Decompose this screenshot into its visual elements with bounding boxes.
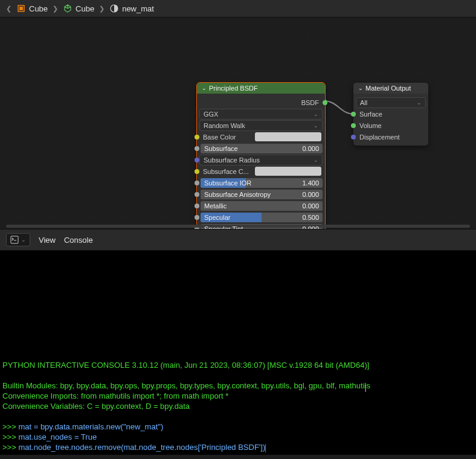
specular-slider[interactable]: Specular 0.500 xyxy=(201,213,323,222)
select-value: Random Walk xyxy=(204,122,245,129)
socket-base-color[interactable] xyxy=(195,135,199,140)
input-label: Base Color xyxy=(199,133,252,141)
socket-surface[interactable] xyxy=(351,112,356,117)
breadcrumb-mesh[interactable]: Cube xyxy=(63,4,94,13)
slider-value: 0.500 xyxy=(302,214,319,221)
breadcrumb-label: Cube xyxy=(76,4,94,13)
input-label: Subsurface C... xyxy=(199,168,252,175)
socket-volume[interactable] xyxy=(351,123,356,128)
chevron-down-icon: ⌄ xyxy=(21,237,26,243)
material-icon xyxy=(109,4,119,13)
output-label: BSDF xyxy=(199,99,323,106)
select-value: All xyxy=(360,99,367,106)
subsurface-aniso-slider[interactable]: Subsurface Anisotropy 0.000 xyxy=(201,190,323,199)
socket-subsurface-radius[interactable] xyxy=(195,158,199,162)
node-header[interactable]: ⌄ Material Output xyxy=(353,83,428,94)
slider-value: 1.400 xyxy=(302,179,319,187)
input-label: Displacement xyxy=(356,133,426,141)
chevron-down-icon: ⌄ xyxy=(314,123,318,129)
console-body[interactable]: I PYTHON INTERACTIVE CONSOLE 3.10.12 (ma… xyxy=(0,251,476,455)
slider-value: 0.000 xyxy=(302,202,319,210)
chevron-icon: ❮ xyxy=(6,5,11,13)
console-conv-imports: Convenience Imports: from mathutils impo… xyxy=(2,391,474,401)
collapse-icon[interactable]: ⌄ xyxy=(358,85,363,91)
console-builtin: Builtin Modules: bpy, bpy.data, bpy.ops,… xyxy=(2,380,474,391)
cursor xyxy=(265,444,266,452)
input-label: Surface xyxy=(356,111,426,118)
slider-label: Subsurface Anisotropy xyxy=(204,191,271,198)
socket-subsurface[interactable] xyxy=(195,146,199,151)
node-title: Material Output xyxy=(365,85,411,92)
slider-label: Subsurface IOR xyxy=(204,179,251,187)
console-input-line[interactable]: >>> mat.node_tree.nodes.remove(mat.node_… xyxy=(2,442,474,452)
target-select[interactable]: All⌄ xyxy=(356,97,426,108)
node-editor[interactable]: ⌄ Principled BSDF BSDF GGX⌄ Random Walk⌄… xyxy=(0,18,476,229)
breadcrumb: ❮ Cube ❯ Cube ❯ new_mat xyxy=(0,0,476,18)
socket-subsurface-color[interactable] xyxy=(195,169,199,174)
breadcrumb-label: Cube xyxy=(29,4,48,13)
console-line: >>> mat = bpy.data.materials.new("new_ma… xyxy=(2,422,474,432)
slider-value: 0.000 xyxy=(302,191,319,198)
socket-subsurface-ior[interactable] xyxy=(195,181,199,185)
socket-metallic[interactable] xyxy=(195,204,199,208)
console-line: >>> mat.use_nodes = True xyxy=(2,432,474,442)
socket-specular[interactable] xyxy=(195,215,199,220)
subsurface-slider[interactable]: Subsurface 0.000 xyxy=(201,144,323,153)
slider-label: Metallic xyxy=(204,202,227,210)
metallic-slider[interactable]: Metallic 0.000 xyxy=(201,201,323,211)
node-title: Principled BSDF xyxy=(209,85,258,92)
slider-label: Specular xyxy=(204,214,230,221)
svg-rect-1 xyxy=(19,7,23,10)
distribution-select[interactable]: GGX⌄ xyxy=(199,109,323,120)
breadcrumb-material[interactable]: new_mat xyxy=(109,4,154,13)
chevron-icon: ❯ xyxy=(99,5,105,13)
chevron-down-icon: ⌄ xyxy=(417,100,422,106)
menu-view[interactable]: View xyxy=(39,236,56,245)
select-value: GGX xyxy=(204,111,218,118)
slider-value: 0.000 xyxy=(302,225,319,230)
sss-method-select[interactable]: Random Walk⌄ xyxy=(199,120,323,131)
socket-bsdf[interactable] xyxy=(323,100,327,105)
console-conv-vars: Convenience Variables: C = bpy.context, … xyxy=(2,401,474,411)
object-icon xyxy=(16,4,26,13)
subsurface-color-swatch[interactable] xyxy=(255,167,321,176)
socket-subsurface-aniso[interactable] xyxy=(195,192,199,197)
editor-type-select[interactable]: ⌄ xyxy=(6,233,30,246)
subsurface-radius-select[interactable]: Subsurface Radius⌄ xyxy=(199,155,323,165)
subsurface-ior-slider[interactable]: Subsurface IOR 1.400 xyxy=(201,178,323,188)
collapse-icon[interactable]: ⌄ xyxy=(202,85,207,91)
node-header[interactable]: ⌄ Principled BSDF xyxy=(197,83,325,94)
slider-label: Specular Tint xyxy=(204,225,243,230)
chevron-down-icon: ⌄ xyxy=(314,111,318,117)
breadcrumb-label: new_mat xyxy=(122,4,154,13)
slider-label: Subsurface xyxy=(204,145,238,152)
menu-console[interactable]: Console xyxy=(64,236,93,245)
socket-displacement[interactable] xyxy=(351,135,356,140)
mesh-icon xyxy=(63,4,72,13)
slider-value: 0.000 xyxy=(302,145,319,152)
base-color-swatch[interactable] xyxy=(255,132,321,141)
console-header: ⌄ View Console xyxy=(0,229,476,251)
svg-rect-5 xyxy=(11,236,18,243)
chevron-icon: ❯ xyxy=(53,5,58,13)
node-principled-bsdf[interactable]: ⌄ Principled BSDF BSDF GGX⌄ Random Walk⌄… xyxy=(197,83,325,229)
node-material-output[interactable]: ⌄ Material Output All⌄ Surface Volume Di… xyxy=(353,83,428,146)
select-value: Subsurface Radius xyxy=(204,156,260,164)
input-label: Volume xyxy=(356,122,426,129)
console-banner: PYTHON INTERACTIVE CONSOLE 3.10.12 (main… xyxy=(2,360,474,370)
console-icon xyxy=(10,236,19,244)
breadcrumb-object[interactable]: Cube xyxy=(16,4,48,13)
chevron-down-icon: ⌄ xyxy=(314,157,318,163)
